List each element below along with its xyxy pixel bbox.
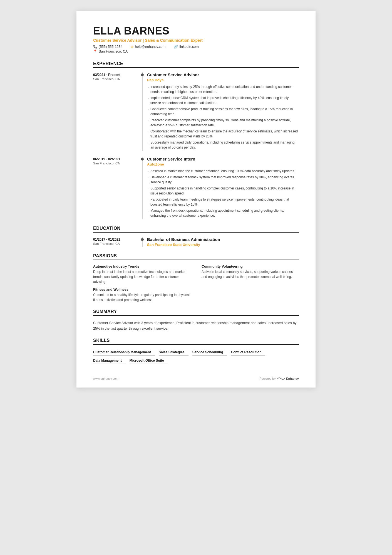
email-address: help@enhancv.com <box>135 45 165 49</box>
email-icon: ✉ <box>131 45 133 49</box>
skill-data: Data Management <box>93 357 126 364</box>
skill-conflict: Conflict Resolution <box>231 349 265 356</box>
contact-info: 📞 (555) 555-1234 ✉ help@enhancv.com 🔗 li… <box>93 45 299 49</box>
passion-item-1: Automotive Industry Trends Deep interest… <box>93 265 190 284</box>
phone-contact: 📞 (555) 555-1234 <box>93 45 122 49</box>
linkedin-contact: 🔗 linkedin.com <box>174 45 199 49</box>
summary-heading: SUMMARY <box>93 309 299 316</box>
location-contact: 📍 San Francisco, CA <box>93 50 128 53</box>
experience-heading: EXPERIENCE <box>93 61 299 68</box>
passion3-title: Fitness and Wellness <box>93 288 190 292</box>
email-contact: ✉ help@enhancv.com <box>131 45 165 49</box>
logo-icon <box>277 376 285 381</box>
skills-section: SKILLS Customer Relationship Management … <box>93 338 299 364</box>
page-footer: www.enhancv.com Powered by Enhancv <box>93 376 299 381</box>
footer-powered-by: Powered by Enhancv <box>259 376 299 381</box>
exp2-content: Customer Service Intern AutoZone Assiste… <box>147 157 299 219</box>
edu1-date: 01/2017 - 01/2021 <box>93 238 138 241</box>
skills-row-1: Customer Relationship Management Sales S… <box>93 349 299 356</box>
skills-container: Customer Relationship Management Sales S… <box>93 349 299 364</box>
edu1-degree: Bachelor of Business Administration <box>147 237 299 242</box>
passion-item-2: Community Volunteering Active in local c… <box>202 265 299 284</box>
passion3-desc: Committed to a healthy lifestyle, regula… <box>93 292 190 302</box>
skill-scheduling: Service Scheduling <box>192 349 227 356</box>
passion-item-3: Fitness and Wellness Committed to a heal… <box>93 288 190 302</box>
exp2-bullet-4: Participated in daily team meetings to s… <box>147 197 299 207</box>
exp2-company: AutoZone <box>147 162 299 166</box>
summary-section: SUMMARY Customer Service Advisor with 3 … <box>93 309 299 331</box>
linkedin-url: linkedin.com <box>179 45 199 49</box>
powered-by-label: Powered by <box>259 377 276 380</box>
exp1-bullet-1: Increased quarterly sales by 25% through… <box>147 84 299 94</box>
exp1-divider <box>142 72 143 151</box>
passion1-desc: Deep interest in the latest automotive t… <box>93 269 190 284</box>
skills-row-2: Data Management Microsoft Office Suite <box>93 357 299 364</box>
exp2-bullet-2: Developed a customer feedback system tha… <box>147 175 299 185</box>
candidate-name: ELLA BARNES <box>93 25 299 37</box>
exp1-bullet-2: Implemented a new CRM system that improv… <box>147 95 299 105</box>
skill-sales: Sales Strategies <box>159 349 188 356</box>
exp2-bullet-3: Supported senior advisors in handling co… <box>147 186 299 196</box>
phone-number: (555) 555-1234 <box>99 45 122 49</box>
exp2-location: San Francisco, CA <box>93 162 138 165</box>
exp1-job-title: Customer Service Advisor <box>147 72 299 77</box>
education-item-1: 01/2017 - 01/2021 San Francisco, CA Bach… <box>93 237 299 247</box>
summary-text: Customer Service Advisor with 3 years of… <box>93 320 299 331</box>
education-section: EDUCATION 01/2017 - 01/2021 San Francisc… <box>93 226 299 247</box>
exp1-content: Customer Service Advisor Pep Boys Increa… <box>147 72 299 151</box>
skill-crm: Customer Relationship Management <box>93 349 155 356</box>
exp2-bullets: Assisted in maintaining the customer dat… <box>147 169 299 218</box>
passion2-desc: Active in local community services, supp… <box>202 269 299 279</box>
edu1-location: San Francisco, CA <box>93 242 138 245</box>
location-text: San Francisco, CA <box>99 50 128 53</box>
phone-icon: 📞 <box>93 45 97 49</box>
education-heading: EDUCATION <box>93 226 299 233</box>
experience-item-2: 06/2019 - 02/2021 San Francisco, CA Cust… <box>93 157 299 219</box>
exp1-bullet-6: Successfully managed daily operations, i… <box>147 140 299 150</box>
exp2-job-title: Customer Service Intern <box>147 157 299 161</box>
exp1-left: 03/2021 - Present San Francisco, CA <box>93 72 138 151</box>
exp2-bullet-1: Assisted in maintaining the customer dat… <box>147 169 299 174</box>
passions-grid: Automotive Industry Trends Deep interest… <box>93 265 299 302</box>
exp1-bullet-3: Conducted comprehensive product training… <box>147 107 299 117</box>
passion2-title: Community Volunteering <box>202 265 299 268</box>
exp1-bullet-4: Resolved customer complaints by providin… <box>147 118 299 128</box>
linkedin-icon: 🔗 <box>174 45 178 49</box>
exp2-divider <box>142 157 143 219</box>
experience-item-1: 03/2021 - Present San Francisco, CA Cust… <box>93 72 299 151</box>
edu1-content: Bachelor of Business Administration San … <box>147 237 299 247</box>
exp1-bullets: Increased quarterly sales by 25% through… <box>147 84 299 150</box>
footer-website: www.enhancv.com <box>93 377 118 380</box>
skill-ms-office: Microsoft Office Suite <box>130 357 168 364</box>
exp2-bullet-5: Managed the front desk operations, inclu… <box>147 208 299 218</box>
brand-name: Enhancv <box>286 377 299 380</box>
exp2-left: 06/2019 - 02/2021 San Francisco, CA <box>93 157 138 219</box>
passions-section: PASSIONS Automotive Industry Trends Deep… <box>93 253 299 302</box>
edu1-divider <box>142 237 143 247</box>
header-section: ELLA BARNES Customer Service Advisor | S… <box>93 25 299 53</box>
exp1-company: Pep Boys <box>147 78 299 82</box>
candidate-title: Customer Service Advisor | Sales & Commu… <box>93 38 299 43</box>
exp2-date: 06/2019 - 02/2021 <box>93 157 138 161</box>
experience-section: EXPERIENCE 03/2021 - Present San Francis… <box>93 61 299 219</box>
passions-heading: PASSIONS <box>93 253 299 260</box>
edu1-school: San Francisco State University <box>147 243 299 247</box>
skills-heading: SKILLS <box>93 338 299 345</box>
exp1-location: San Francisco, CA <box>93 77 138 81</box>
resume-page: ELLA BARNES Customer Service Advisor | S… <box>76 11 316 388</box>
exp1-bullet-5: Collaborated with the mechanics team to … <box>147 129 299 139</box>
passion1-title: Automotive Industry Trends <box>93 265 190 268</box>
edu1-left: 01/2017 - 01/2021 San Francisco, CA <box>93 237 138 247</box>
exp1-date: 03/2021 - Present <box>93 73 138 77</box>
enhancv-logo: Enhancv <box>277 376 299 381</box>
location-row: 📍 San Francisco, CA <box>93 50 299 53</box>
location-icon: 📍 <box>93 50 97 53</box>
